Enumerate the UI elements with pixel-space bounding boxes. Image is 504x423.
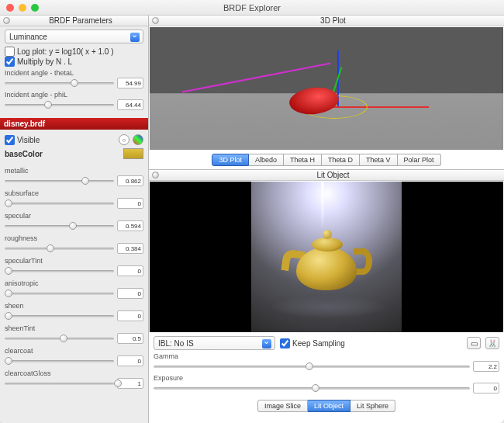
teapot-object (285, 228, 368, 295)
param-label: metallic (5, 167, 143, 175)
plot-tabs: 3D PlotAlbedoTheta HTheta DTheta VPolar … (149, 151, 504, 169)
render-viewport[interactable] (150, 182, 503, 332)
param-label: sheen (5, 302, 143, 310)
color-cycle-button[interactable] (133, 134, 143, 145)
keep-sampling-checkbox[interactable]: Keep Sampling (280, 338, 345, 348)
tab-3d-plot[interactable]: 3D Plot (212, 154, 249, 166)
render-tabs: Image SliceLit ObjectLit Sphere (149, 397, 504, 417)
panel-title: 3D Plot (162, 16, 504, 25)
param-label: specularTint (5, 257, 143, 265)
phil-slider[interactable] (5, 100, 114, 109)
roughness-value[interactable]: 0.384 (117, 243, 143, 254)
open-file-button[interactable]: ▭ (467, 337, 481, 349)
tab-theta-h[interactable]: Theta H (284, 154, 322, 166)
param-label: clearcoat (5, 347, 143, 355)
visible-checkbox[interactable]: Visible (5, 135, 116, 145)
roughness-slider[interactable] (5, 244, 114, 253)
tab-lit-object[interactable]: Lit Object (308, 400, 350, 412)
metallic-value[interactable]: 0.862 (117, 175, 143, 186)
param-label: roughness (5, 234, 143, 242)
channel-select-value: Luminance (9, 33, 47, 41)
specularTint-slider[interactable] (5, 266, 114, 276)
panel-close-button[interactable] (152, 17, 159, 24)
tab-theta-v[interactable]: Theta V (360, 154, 398, 166)
log-plot-checkbox[interactable]: Log plot: y = log10( x + 1.0 ) (5, 47, 143, 57)
param-label: sheenTint (5, 324, 143, 332)
multiply-nl-label: Multiply by N . L (17, 57, 72, 66)
panel-close-button[interactable] (152, 172, 159, 179)
tab-lit-sphere[interactable]: Lit Sphere (350, 400, 395, 412)
sheen-slider[interactable] (5, 311, 114, 321)
specular-value[interactable]: 0.594 (117, 220, 143, 231)
sheen-value[interactable]: 0 (117, 310, 143, 321)
thetal-label: Incident angle - thetaL (5, 69, 143, 77)
tab-image-slice[interactable]: Image Slice (257, 400, 308, 412)
anisotropic-value[interactable]: 0 (117, 288, 143, 299)
brdf-file-header[interactable]: disney.brdf (0, 118, 148, 130)
ibl-select[interactable]: IBL: No IS (154, 336, 275, 350)
sheenTint-value[interactable]: 0.5 (117, 333, 143, 344)
phil-label: Incident angle - phiL (5, 91, 143, 99)
param-label: clearcoatGloss (5, 369, 143, 377)
sheenTint-slider[interactable] (5, 334, 114, 343)
exposure-slider[interactable] (154, 383, 470, 393)
gamma-slider[interactable] (154, 362, 470, 371)
visible-label: Visible (17, 136, 40, 144)
3d-plot-pane: 3D Plot 3D PlotAlbedoTheta HTheta DTheta… (149, 16, 504, 170)
subsurface-value[interactable]: 0 (117, 198, 143, 209)
gamma-label: Gamma (154, 352, 499, 360)
ibl-select-value: IBL: No IS (158, 339, 194, 348)
lit-object-pane: Lit Object IBL: No IS (149, 170, 504, 423)
gamma-value[interactable]: 2.2 (473, 361, 499, 372)
tab-theta-d[interactable]: Theta D (322, 154, 360, 166)
brdf-parameters-panel: BRDF Parameters Luminance Log plot: y = … (0, 16, 149, 423)
exposure-value[interactable]: 0 (473, 383, 499, 394)
thetal-slider[interactable] (5, 78, 114, 88)
basecolor-label: baseColor (5, 150, 120, 158)
model-button[interactable]: 🐰 (485, 337, 499, 349)
anisotropic-slider[interactable] (5, 289, 114, 298)
log-plot-label: Log plot: y = log10( x + 1.0 ) (17, 47, 114, 56)
clearcoat-value[interactable]: 0 (117, 355, 143, 366)
phil-value[interactable]: 64.44 (117, 99, 143, 110)
tab-polar-plot[interactable]: Polar Plot (398, 154, 441, 166)
basecolor-swatch[interactable] (123, 148, 143, 159)
clearcoat-slider[interactable] (5, 356, 114, 366)
solo-button[interactable]: ○ (119, 134, 129, 145)
exposure-label: Exposure (154, 374, 499, 382)
multiply-nl-checkbox[interactable]: Multiply by N . L (5, 57, 143, 67)
channel-select[interactable]: Luminance (5, 29, 143, 43)
param-label: subsurface (5, 189, 143, 197)
3d-plot-viewport[interactable] (150, 27, 503, 150)
metallic-slider[interactable] (5, 176, 114, 185)
panel-close-button[interactable] (3, 17, 10, 24)
tab-albedo[interactable]: Albedo (249, 154, 284, 166)
param-label: specular (5, 212, 143, 220)
parameter-list: metallic0.862subsurface0specular0.594rou… (0, 164, 148, 423)
panel-title: BRDF Parameters (13, 16, 148, 25)
thetal-value[interactable]: 54.99 (117, 78, 143, 88)
specular-slider[interactable] (5, 221, 114, 231)
clearcoatGloss-slider[interactable] (5, 379, 114, 388)
param-label: anisotropic (5, 279, 143, 287)
panel-title: Lit Object (162, 171, 504, 179)
specularTint-value[interactable]: 0 (117, 265, 143, 276)
subsurface-slider[interactable] (5, 199, 114, 208)
window-titlebar: BRDF Explorer (0, 0, 504, 16)
keep-sampling-label: Keep Sampling (292, 339, 345, 348)
window-title: BRDF Explorer (0, 3, 504, 12)
